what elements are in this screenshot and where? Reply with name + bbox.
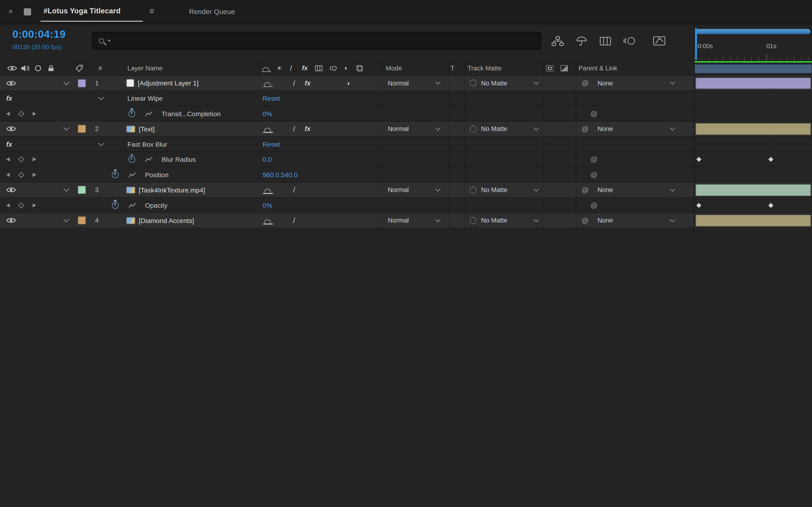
add-keyframe-button[interactable] — [18, 157, 24, 162]
adjustment-toggle[interactable]: ◑ — [341, 75, 355, 91]
track-matte-select[interactable]: No Matte — [481, 125, 538, 133]
stopwatch-toggle[interactable] — [129, 156, 135, 163]
mode-select[interactable]: Normal — [388, 79, 440, 87]
frame-blend-toggle[interactable] — [314, 213, 328, 228]
next-keyframe-button[interactable] — [33, 112, 36, 116]
previous-keyframe-button[interactable] — [6, 158, 10, 162]
layer-name[interactable]: [Task4InkTexture.mp4] — [139, 186, 205, 194]
expand-toggle[interactable] — [99, 142, 104, 147]
preserve-transparency-toggle[interactable] — [441, 213, 461, 228]
layer-name[interactable]: [Diamond Accents] — [139, 217, 194, 224]
motion-blur-button[interactable] — [620, 33, 638, 49]
pickwhip-icon[interactable]: @ — [591, 202, 598, 209]
3d-toggle[interactable] — [355, 213, 368, 228]
add-keyframe-button[interactable] — [18, 172, 24, 178]
lock-toggle[interactable] — [45, 121, 58, 136]
property-value[interactable]: 0% — [262, 202, 272, 209]
mode-select[interactable]: Normal — [388, 186, 440, 194]
solo-toggle[interactable] — [31, 121, 44, 136]
expand-toggle[interactable] — [58, 182, 75, 198]
track-matte-select[interactable]: No Matte — [481, 217, 538, 224]
fx-toggle[interactable] — [301, 182, 314, 198]
work-area-strip[interactable] — [695, 61, 812, 75]
layer-duration-bar[interactable] — [696, 184, 811, 196]
track-matte-icon[interactable] — [470, 217, 476, 224]
pickwhip-icon[interactable]: @ — [581, 79, 589, 87]
work-area-bar[interactable] — [695, 64, 812, 73]
label-swatch[interactable] — [78, 216, 86, 225]
panel-menu-icon[interactable]: ≡ — [149, 6, 154, 16]
shy-toggle[interactable] — [261, 182, 274, 198]
solo-toggle[interactable] — [31, 182, 44, 198]
quality-toggle[interactable]: / — [287, 75, 301, 91]
layer-name-column-header[interactable]: Layer Name — [128, 64, 163, 72]
track-matte-column-header[interactable]: Track Matte — [467, 64, 501, 72]
close-panel-button[interactable]: × — [8, 7, 13, 15]
adjustment-toggle[interactable] — [341, 182, 355, 198]
3d-toggle[interactable] — [355, 121, 368, 136]
expand-toggle[interactable] — [99, 97, 104, 101]
next-keyframe-button[interactable] — [33, 158, 36, 162]
time-ruler[interactable]: 0:00s 01s — [695, 24, 812, 61]
property-value[interactable]: 960.0,540.0 — [262, 171, 297, 179]
effect-toggle[interactable]: fx — [6, 95, 12, 102]
collapse-toggle[interactable] — [274, 182, 287, 198]
shy-toggle[interactable] — [261, 75, 274, 91]
keyframe-icon[interactable] — [767, 156, 774, 163]
layer-name[interactable]: [Text] — [139, 125, 155, 133]
layer-row[interactable]: 1[Adjustment Layer 1]/fx◑NormalNo Matte@… — [0, 75, 812, 91]
shy-toggle[interactable] — [261, 213, 274, 228]
lock-toggle[interactable] — [45, 182, 58, 198]
video-toggle[interactable] — [4, 121, 18, 136]
solo-toggle[interactable] — [31, 75, 44, 91]
parent-select[interactable]: None — [598, 217, 674, 224]
audio-toggle[interactable] — [18, 213, 31, 228]
layer-duration-bar[interactable] — [696, 123, 811, 135]
next-keyframe-button[interactable] — [33, 173, 36, 177]
previous-keyframe-button[interactable] — [6, 173, 10, 177]
preserve-transparency-toggle[interactable] — [441, 182, 461, 198]
lock-toggle[interactable] — [45, 75, 58, 91]
mode-select[interactable]: Normal — [388, 217, 440, 224]
pickwhip-icon[interactable]: @ — [581, 217, 589, 224]
pickwhip-icon[interactable]: @ — [581, 186, 589, 194]
layer-duration-bar[interactable] — [696, 215, 811, 227]
track-matte-icon[interactable] — [470, 186, 476, 193]
3d-toggle[interactable] — [355, 182, 368, 198]
layer-search-box[interactable] — [92, 32, 541, 50]
lock-toggle[interactable] — [45, 213, 58, 228]
effect-name[interactable]: Linear Wipe — [128, 95, 163, 102]
fx-toggle[interactable] — [301, 213, 314, 228]
property-name[interactable]: Opacity — [145, 202, 167, 209]
graph-icon[interactable] — [129, 202, 136, 208]
current-timecode[interactable]: 0:00:04:19 — [12, 29, 66, 40]
pickwhip-icon[interactable]: @ — [581, 125, 589, 133]
parent-link-column-header[interactable]: Parent & Link — [578, 64, 617, 72]
keyframe-icon[interactable] — [767, 202, 774, 209]
video-toggle[interactable] — [4, 75, 18, 91]
reset-link[interactable]: Reset — [262, 140, 280, 148]
frame-blend-toggle[interactable] — [314, 121, 328, 136]
add-keyframe-button[interactable] — [18, 202, 24, 208]
adjustment-toggle[interactable] — [341, 121, 355, 136]
audio-toggle[interactable] — [18, 182, 31, 198]
graph-icon[interactable] — [145, 157, 153, 162]
layer-duration-bar[interactable] — [696, 77, 811, 89]
graph-editor-button[interactable] — [650, 33, 668, 49]
previous-keyframe-button[interactable] — [6, 203, 10, 208]
property-name[interactable]: Blur Radius — [162, 156, 196, 163]
adjustment-toggle[interactable] — [341, 213, 355, 228]
quality-toggle[interactable]: / — [287, 121, 301, 136]
audio-toggle[interactable] — [18, 75, 31, 91]
property-name[interactable]: Position — [145, 171, 168, 179]
fx-toggle[interactable]: fx — [301, 121, 314, 136]
composition-mini-flowchart-button[interactable] — [549, 33, 566, 49]
parent-select[interactable]: None — [598, 79, 674, 87]
video-toggle[interactable] — [4, 182, 18, 198]
quality-toggle[interactable]: / — [287, 182, 301, 198]
draft-3d-button[interactable] — [573, 33, 591, 49]
graph-icon[interactable] — [145, 111, 153, 116]
add-keyframe-button[interactable] — [18, 111, 24, 117]
label-swatch[interactable] — [78, 79, 86, 87]
layer-name[interactable]: [Adjustment Layer 1] — [138, 79, 199, 87]
